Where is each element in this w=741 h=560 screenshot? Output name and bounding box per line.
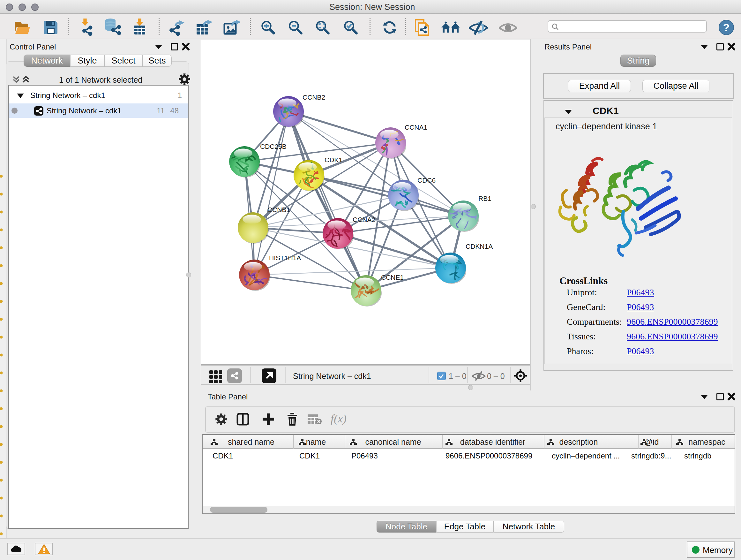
svg-text:CDK1: CDK1 [325, 156, 342, 164]
svg-text:CDC6: CDC6 [417, 177, 435, 184]
svg-text:CDC25B: CDC25B [260, 143, 286, 150]
svg-text:CCNA2: CCNA2 [353, 216, 375, 223]
svg-text:CCNA1: CCNA1 [405, 124, 427, 131]
svg-text:CCNE1: CCNE1 [381, 273, 404, 281]
svg-text:CCNB1: CCNB1 [267, 206, 290, 213]
svg-text:RB1: RB1 [478, 195, 491, 202]
svg-text:HIST1H1A: HIST1H1A [269, 254, 301, 261]
svg-text:CDKN1A: CDKN1A [466, 243, 493, 250]
svg-text:CCNB2: CCNB2 [302, 94, 325, 101]
